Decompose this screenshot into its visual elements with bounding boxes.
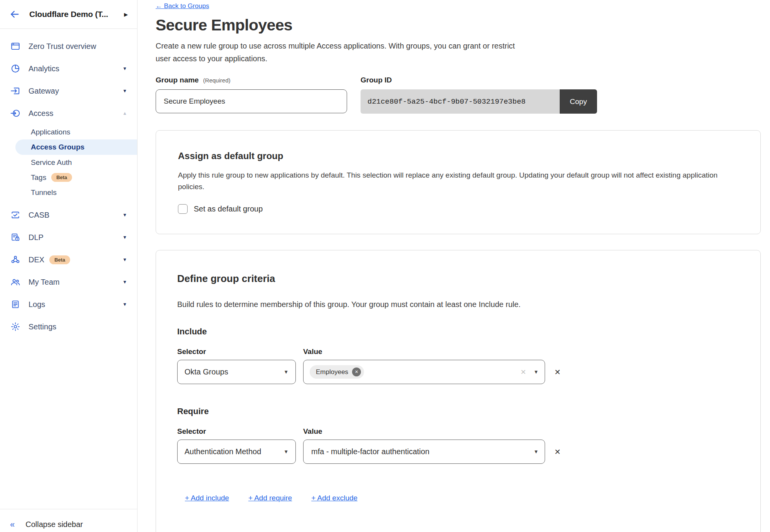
- sidebar-item-label: Analytics: [29, 64, 59, 73]
- chevron-down-icon[interactable]: ▼: [122, 235, 127, 240]
- criteria-card: Define group criteria Build rules to det…: [156, 250, 761, 532]
- value-chip-label: Employees: [316, 368, 348, 376]
- add-require-link[interactable]: + Add require: [248, 494, 292, 502]
- sidebar-item-label: Access: [29, 109, 53, 118]
- sidebar-item-label: Settings: [29, 322, 56, 331]
- beta-badge: Beta: [49, 255, 70, 264]
- sidebar-item-tunnels[interactable]: Tunnels: [0, 185, 137, 200]
- sidebar-item-gateway[interactable]: Gateway ▼: [0, 80, 137, 102]
- group-id-label: Group ID: [361, 76, 597, 84]
- sidebar-item-dex[interactable]: DEX Beta ▼: [0, 248, 137, 271]
- chevron-down-icon: ▼: [533, 449, 538, 455]
- sidebar-item-service-auth[interactable]: Service Auth: [0, 155, 137, 170]
- add-include-link[interactable]: + Add include: [185, 494, 229, 502]
- chevron-up-icon[interactable]: ▲: [122, 111, 127, 116]
- remove-include-rule-icon[interactable]: ✕: [554, 368, 561, 377]
- sidebar-item-label: DEX: [29, 255, 44, 264]
- sidebar-subitem-label: Tunnels: [31, 188, 57, 197]
- required-hint: (Required): [203, 77, 230, 84]
- sidebar: Cloudflare Demo (T... ▶ Zero Trust overv…: [0, 0, 138, 532]
- include-value-multiselect[interactable]: Employees ✕ ✕ ▼: [303, 360, 545, 384]
- group-name-id-row: Group name (Required) Group ID d21ce80f-…: [156, 76, 761, 114]
- include-selector-dropdown[interactable]: Okta Groups ▼: [177, 360, 296, 384]
- collapse-sidebar-label: Collapse sidebar: [25, 520, 83, 529]
- sidebar-item-access[interactable]: Access ▲: [0, 102, 137, 124]
- back-to-groups-link[interactable]: ← Back to Groups: [156, 2, 209, 10]
- require-rule-labels: Selector Value: [177, 427, 739, 436]
- app-root: Cloudflare Demo (T... ▶ Zero Trust overv…: [0, 0, 770, 532]
- require-selector-value: Authentication Method: [185, 447, 261, 456]
- sidebar-header: Cloudflare Demo (T... ▶: [0, 0, 137, 29]
- window-icon: [10, 41, 20, 52]
- default-group-card-description: Apply this rule group to new application…: [178, 170, 725, 193]
- team-icon: [10, 277, 20, 287]
- collapse-sidebar-button[interactable]: « Collapse sidebar: [0, 509, 137, 532]
- sidebar-item-label: Gateway: [29, 87, 59, 96]
- sidebar-item-dlp[interactable]: DLP ▼: [0, 226, 137, 248]
- include-selector-value: Okta Groups: [185, 368, 228, 376]
- sidebar-nav: Zero Trust overview Analytics ▼ Gateway …: [0, 29, 137, 509]
- account-title: Cloudflare Demo (T...: [29, 10, 121, 19]
- chevron-down-icon[interactable]: ▼: [122, 66, 127, 71]
- account-switcher-icon[interactable]: ▶: [124, 12, 128, 17]
- main-content: ← Back to Groups Secure Employees Create…: [138, 0, 770, 532]
- require-value-dropdown[interactable]: mfa - multiple-factor authentication ▼: [303, 440, 545, 464]
- sidebar-item-my-team[interactable]: My Team ▼: [0, 271, 137, 293]
- copy-button[interactable]: Copy: [560, 89, 597, 114]
- back-arrow-icon[interactable]: [9, 9, 20, 20]
- chip-remove-icon[interactable]: ✕: [352, 368, 361, 376]
- gear-icon: [10, 322, 20, 332]
- include-rule-labels: Selector Value: [177, 347, 739, 356]
- logs-icon: [10, 299, 20, 310]
- require-selector-dropdown[interactable]: Authentication Method ▼: [177, 440, 296, 464]
- sidebar-subitem-label: Tags: [31, 173, 46, 182]
- sidebar-item-applications[interactable]: Applications: [0, 124, 137, 139]
- set-default-group-row: Set as default group: [178, 204, 738, 214]
- criteria-card-description: Build rules to determine membership of t…: [177, 300, 739, 309]
- value-label: Value: [303, 427, 322, 436]
- criteria-card-title: Define group criteria: [177, 273, 739, 285]
- pie-chart-icon: [10, 64, 20, 74]
- sidebar-subitem-label: Service Auth: [31, 158, 72, 167]
- sidebar-item-analytics[interactable]: Analytics ▼: [0, 57, 137, 80]
- sidebar-item-tags[interactable]: Tags Beta: [0, 170, 137, 185]
- chevron-down-icon[interactable]: ▼: [122, 88, 127, 94]
- include-heading: Include: [177, 327, 739, 337]
- value-chip: Employees ✕: [310, 365, 364, 379]
- set-default-group-label: Set as default group: [194, 205, 263, 213]
- require-value: mfa - multiple-factor authentication: [310, 447, 429, 456]
- add-exclude-link[interactable]: + Add exclude: [311, 494, 357, 502]
- selector-label: Selector: [177, 347, 303, 356]
- default-group-card-title: Assign as default group: [178, 151, 738, 161]
- sidebar-item-label: DLP: [29, 233, 44, 242]
- group-name-input[interactable]: [156, 89, 347, 113]
- require-rule-row: Authentication Method ▼ mfa - multiple-f…: [177, 440, 739, 464]
- sidebar-item-label: Logs: [29, 300, 45, 309]
- selector-label: Selector: [177, 427, 303, 436]
- sidebar-item-logs[interactable]: Logs ▼: [0, 293, 137, 316]
- clear-value-icon[interactable]: ✕: [520, 368, 526, 376]
- sidebar-subitem-label: Applications: [31, 128, 70, 136]
- sidebar-subitem-label: Access Groups: [31, 143, 84, 151]
- group-id-value: d21ce80f-5a25-4bcf-9b07-5032197e3be8: [361, 89, 560, 114]
- sidebar-item-label: My Team: [29, 278, 60, 287]
- set-default-group-checkbox[interactable]: [178, 204, 188, 214]
- chevron-down-icon[interactable]: ▼: [122, 257, 127, 262]
- collapse-icon: «: [10, 520, 15, 530]
- remove-require-rule-icon[interactable]: ✕: [554, 447, 561, 456]
- gateway-icon: [10, 86, 20, 96]
- sidebar-item-zero-trust-overview[interactable]: Zero Trust overview: [0, 35, 137, 57]
- access-icon: [10, 108, 20, 119]
- page-description: Create a new rule group to use across mu…: [156, 40, 530, 65]
- require-heading: Require: [177, 406, 739, 416]
- sidebar-item-access-groups[interactable]: Access Groups: [15, 139, 137, 155]
- chevron-down-icon[interactable]: ▼: [122, 212, 127, 218]
- sidebar-item-casb[interactable]: CASB ▼: [0, 204, 137, 226]
- chevron-down-icon[interactable]: ▼: [122, 279, 127, 285]
- chevron-down-icon[interactable]: ▼: [122, 302, 127, 307]
- document-lock-icon: [10, 232, 20, 243]
- sidebar-item-settings[interactable]: Settings: [0, 316, 137, 338]
- network-cluster-icon: [10, 255, 20, 265]
- casb-icon: [10, 210, 20, 220]
- group-name-label: Group name: [156, 76, 199, 84]
